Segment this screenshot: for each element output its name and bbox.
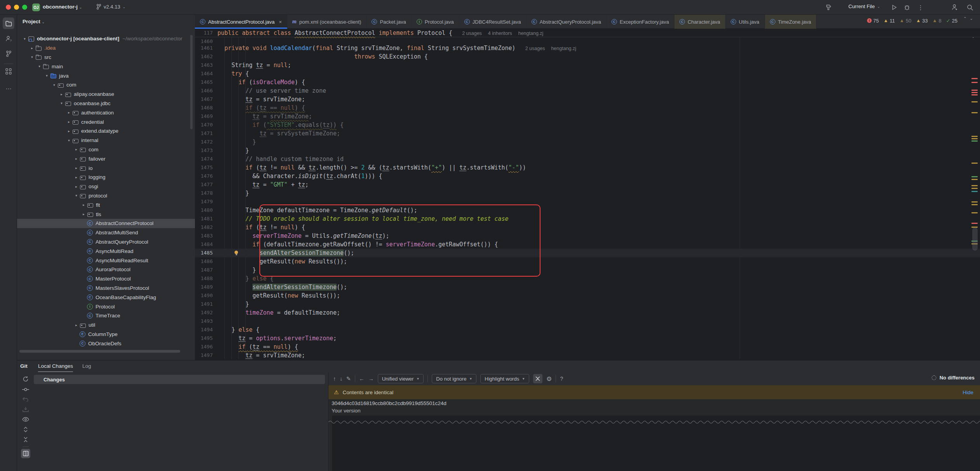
- tree-row[interactable]: ▸logging: [17, 173, 195, 182]
- code-line[interactable]: 1473 }: [195, 146, 980, 155]
- help-icon[interactable]: ?: [560, 376, 563, 382]
- tree-row[interactable]: ▸com: [17, 145, 195, 154]
- editor-scrollbar-thumb[interactable]: [972, 227, 978, 251]
- tree-chevron-icon[interactable]: ▸: [80, 212, 87, 216]
- editor-tab[interactable]: CPacket.java: [367, 15, 411, 29]
- code-line[interactable]: 1472 }: [195, 138, 980, 146]
- tree-row[interactable]: CMastersSlavesProtocol: [17, 284, 195, 293]
- rollback-icon[interactable]: [21, 395, 30, 404]
- tree-row[interactable]: CAuroraProtocol: [17, 265, 195, 274]
- tree-row[interactable]: ▸authentication: [17, 108, 195, 117]
- editor-tab[interactable]: CJDBC4ResultSet.java: [459, 15, 526, 29]
- tree-chevron-icon[interactable]: ▾: [66, 139, 72, 142]
- shelve-icon[interactable]: [21, 405, 30, 414]
- intention-bulb-icon[interactable]: [235, 251, 238, 254]
- prev-difference-icon[interactable]: ↑: [333, 376, 336, 382]
- commit-hash[interactable]: 3046d4c03d16819ccb80bc2cdb9919d55501c24d: [332, 400, 447, 406]
- tree-row[interactable]: ▸.idea: [17, 43, 195, 53]
- run-configuration-select[interactable]: Current File ⌄: [848, 3, 880, 9]
- tree-row[interactable]: ▸tls: [17, 210, 195, 219]
- inspections-widget[interactable]: !75▲11▲50▲33▲8✓25: [867, 16, 957, 25]
- stripe-mark[interactable]: [971, 94, 978, 95]
- user-help-tool-icon[interactable]: ?: [3, 33, 14, 44]
- code-line[interactable]: 1483 serverTimeZone = Utils.getTimeZone(…: [195, 232, 980, 240]
- editor-tab[interactable]: CExceptionFactory.java: [606, 15, 674, 29]
- tree-row[interactable]: COceanBaseCapabilityFlag: [17, 293, 195, 302]
- code-line[interactable]: 1463 String tz = null;: [195, 61, 980, 69]
- tree-chevron-icon[interactable]: ▸: [73, 175, 80, 179]
- tree-row[interactable]: ▸credential: [17, 117, 195, 126]
- tree-chevron-icon[interactable]: ▸: [29, 46, 35, 50]
- tree-row[interactable]: CAbstractQueryProtocol: [17, 237, 195, 247]
- code-line[interactable]: 1493: [195, 317, 980, 326]
- tree-chevron-icon[interactable]: ▾: [58, 101, 65, 105]
- inspection-count-ok[interactable]: ✓25: [946, 18, 957, 24]
- code-line[interactable]: 1479: [195, 197, 980, 206]
- code-line[interactable]: 1462 throws SQLException {: [195, 52, 980, 61]
- editor-tab[interactable]: CTimeZone.java: [765, 15, 817, 29]
- tree-chevron-icon[interactable]: ▾: [73, 194, 80, 197]
- tree-row[interactable]: ▾oceanbase.jdbc: [17, 99, 195, 108]
- close-window-button[interactable]: [6, 5, 11, 10]
- preview-eye-icon[interactable]: [21, 415, 30, 424]
- inspection-count-warnd[interactable]: ▲8: [933, 18, 942, 24]
- stripe-mark[interactable]: [971, 82, 978, 83]
- tree-chevron-icon[interactable]: ▾: [51, 83, 57, 87]
- tree-row[interactable]: ▸failover: [17, 154, 195, 163]
- viewer-mode-select[interactable]: Unified viewer▼: [378, 374, 424, 383]
- project-panel-header[interactable]: Project ⌄: [23, 19, 45, 24]
- collapsed-region-wave[interactable]: [328, 419, 980, 424]
- code-line[interactable]: 1475 if (tz != null && tz.length() >= 2 …: [195, 163, 980, 172]
- code-line[interactable]: 1497 tz = srvTimeZone;: [195, 351, 980, 360]
- tree-row[interactable]: ▾java: [17, 71, 195, 80]
- editor-tab[interactable]: CAbstractConnectProtocol.java×: [195, 15, 287, 29]
- stripe-mark[interactable]: [971, 136, 978, 137]
- structure-tool-icon[interactable]: [3, 66, 14, 77]
- next-change-icon[interactable]: →: [368, 376, 374, 382]
- code-line[interactable]: 1496 if (tz == null) {: [195, 343, 980, 351]
- tree-chevron-icon[interactable]: ▸: [73, 323, 80, 327]
- code-line[interactable]: 1487 }: [195, 266, 980, 274]
- code-line[interactable]: 1485 sendAlterSessionTimezone();: [195, 249, 980, 257]
- code-line[interactable]: 1490 getResult(new Results());: [195, 291, 980, 300]
- stripe-mark[interactable]: [971, 112, 978, 113]
- stripe-mark[interactable]: [971, 191, 978, 192]
- code-line[interactable]: 1480 TimeZone defaultTimezone = TimeZone…: [195, 206, 980, 215]
- editor-tab[interactable]: IProtocol.java: [412, 15, 459, 29]
- minimize-window-button[interactable]: [14, 5, 19, 10]
- tree-row[interactable]: ▾internal: [17, 136, 195, 145]
- refresh-icon[interactable]: [21, 374, 30, 384]
- code-line[interactable]: 1488 } else {: [195, 274, 980, 283]
- code-line[interactable]: 1468 if (tz == null) {: [195, 104, 980, 112]
- inspection-nav-arrows[interactable]: ⌃⌄: [963, 16, 976, 21]
- stripe-mark[interactable]: [971, 138, 978, 139]
- tree-row[interactable]: ▾main: [17, 62, 195, 71]
- add-user-icon[interactable]: [950, 3, 959, 12]
- code-line[interactable]: 1492 timeZone = defaultTimezone;: [195, 308, 980, 317]
- prev-change-icon[interactable]: ←: [359, 376, 365, 382]
- tree-row[interactable]: CAbstractMultiSend: [17, 228, 195, 237]
- tree-row[interactable]: CObOracleDefs: [17, 339, 195, 348]
- tree-chevron-icon[interactable]: ▾: [36, 64, 43, 68]
- build-hammer-icon[interactable]: [824, 3, 833, 12]
- tree-chevron-icon[interactable]: ▸: [73, 147, 80, 151]
- tree-chevron-icon[interactable]: ▸: [66, 120, 72, 124]
- tree-chevron-icon[interactable]: ▸: [66, 111, 72, 114]
- highlight-policy-select[interactable]: Highlight words▼: [480, 374, 529, 383]
- stripe-mark[interactable]: [971, 188, 978, 189]
- inspection-count-warn[interactable]: ▲33: [916, 18, 928, 24]
- tree-horizontal-scrollbar[interactable]: [19, 350, 180, 353]
- tree-chevron-icon[interactable]: ▸: [58, 92, 65, 96]
- expand-all-icon[interactable]: [21, 425, 30, 434]
- preview-diff-toggle[interactable]: [21, 449, 30, 458]
- code-line[interactable]: 1469 tz = srvTimeZone;: [195, 112, 980, 121]
- editor-tab[interactable]: CUtils.java: [726, 15, 765, 29]
- stripe-mark[interactable]: [971, 163, 978, 164]
- commit-icon[interactable]: [21, 385, 30, 394]
- tree-chevron-icon[interactable]: ▸: [73, 185, 80, 189]
- stripe-mark[interactable]: [971, 201, 978, 203]
- code-line[interactable]: 1478 }: [195, 189, 980, 197]
- tree-chevron-icon[interactable]: ▾: [29, 55, 35, 59]
- tree-chevron-icon[interactable]: ▸: [80, 203, 87, 207]
- code-line[interactable]: 1494 } else {: [195, 326, 980, 334]
